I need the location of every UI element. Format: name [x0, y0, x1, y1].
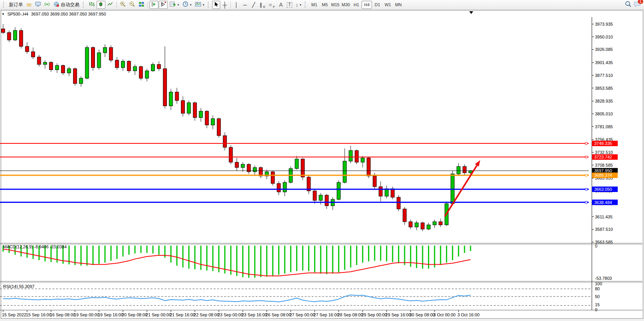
auto-scroll-button[interactable] — [149, 1, 158, 9]
vertical-line-icon: │ — [235, 2, 238, 7]
svg-text:3926.085: 3926.085 — [595, 47, 613, 52]
auto-scroll-icon — [151, 2, 157, 8]
candles-layer — [2, 24, 472, 231]
svg-text:80: 80 — [595, 286, 600, 291]
toolbar-grip[interactable] — [208, 2, 210, 8]
chart-ohlc-values: 3697.050 3699.050 3697.050 3697.950 — [31, 12, 106, 16]
vertical-line-button[interactable]: │ — [232, 1, 240, 9]
price-axis-layer: 3973.9353950.0103926.0853901.4353877.510… — [592, 22, 618, 244]
chevron-down-icon: ▾ — [203, 3, 204, 7]
svg-text:29 Sep 16:00: 29 Sep 16:00 — [386, 312, 411, 317]
svg-text:19 Sep 00:00: 19 Sep 00:00 — [74, 312, 99, 317]
svg-text:19 Sep 16:00: 19 Sep 16:00 — [98, 312, 123, 317]
svg-text:0: 0 — [595, 307, 597, 312]
line-chart-button[interactable] — [106, 1, 115, 9]
chevron-down-icon: ▾ — [190, 3, 191, 7]
signal-button[interactable] — [43, 1, 52, 9]
svg-text:-53.7803: -53.7803 — [595, 276, 612, 281]
fibonacci-icon: ≡ — [269, 2, 272, 7]
timeframe-m5-button[interactable]: M5 — [319, 1, 330, 9]
svg-text:23 Sep 16:00: 23 Sep 16:00 — [242, 312, 267, 317]
timeframe-d1-button[interactable]: D1 — [372, 1, 383, 9]
timeframe-m15-button[interactable]: M15 — [330, 1, 340, 9]
collapse-icon[interactable]: ▼ — [2, 12, 5, 16]
svg-text:3877.510: 3877.510 — [595, 73, 613, 78]
svg-text:3901.435: 3901.435 — [595, 60, 613, 65]
annotations-layer[interactable] — [445, 11, 480, 216]
svg-text:21 Sep 16:00: 21 Sep 16:00 — [170, 312, 195, 317]
svg-text:3611.435: 3611.435 — [595, 215, 612, 219]
svg-text:0: 0 — [595, 244, 597, 248]
level-lines-layer — [0, 143, 589, 204]
auto-trading-icon — [54, 2, 60, 8]
chart-symbol-title: SP500-,H4 — [7, 12, 28, 16]
svg-text:3749.335: 3749.335 — [594, 141, 612, 146]
notification-badge: 1 — [638, 0, 643, 4]
timeframe-m1-button[interactable]: M1 — [309, 1, 319, 9]
svg-text:3663.050: 3663.050 — [594, 187, 612, 192]
text-label-icon: T — [287, 2, 292, 8]
svg-text:3638.484: 3638.484 — [594, 200, 612, 205]
svg-text:50: 50 — [595, 294, 600, 299]
svg-text:26 Sep 08:00: 26 Sep 08:00 — [266, 312, 291, 317]
horizontal-line-button[interactable]: ─ — [241, 1, 249, 9]
chart-shift-button[interactable] — [159, 1, 168, 9]
fibonacci-button[interactable]: ≡ F — [267, 1, 276, 9]
svg-text:3587.510: 3587.510 — [595, 227, 613, 232]
chart-canvas[interactable]: 3973.9353950.0103926.0853901.4353877.510… — [0, 0, 644, 321]
tile-windows-icon — [139, 2, 144, 8]
svg-text:3563.585: 3563.585 — [595, 240, 613, 244]
new-order-button[interactable]: 新订单 — [7, 1, 25, 9]
toolbar-separator — [116, 2, 117, 8]
toolbar-separator — [147, 2, 148, 8]
trendline-button[interactable]: ╱ — [249, 1, 258, 9]
chart-shift-icon — [160, 2, 166, 8]
zoom-in-button[interactable] — [118, 1, 127, 9]
toolbar-grip[interactable] — [305, 2, 307, 8]
zoom-out-button[interactable] — [128, 1, 137, 9]
fibonacci-icon-sub: F — [273, 5, 275, 9]
indicators-button[interactable]: ▾ — [168, 1, 181, 9]
toolbar-grip[interactable] — [3, 2, 5, 8]
timeframe-h4-button[interactable]: H4 — [361, 1, 372, 9]
timeframe-h1-button[interactable]: H1 — [351, 1, 361, 9]
svg-text:21 Sep 00:00: 21 Sep 00:00 — [146, 312, 171, 317]
svg-text:20 Sep 08:00: 20 Sep 08:00 — [122, 312, 147, 317]
svg-text:3723.742: 3723.742 — [594, 155, 612, 159]
clock-icon — [182, 1, 188, 8]
bar-chart-button[interactable] — [87, 1, 96, 9]
svg-text:3689.374: 3689.374 — [594, 173, 612, 178]
toolbar-grip[interactable] — [83, 2, 85, 8]
candlestick-chart-button[interactable] — [97, 1, 105, 9]
periods-button[interactable]: ▾ — [181, 1, 193, 9]
svg-text:23 Sep 00:00: 23 Sep 00:00 — [218, 312, 243, 317]
tile-windows-button[interactable] — [137, 1, 146, 9]
auto-trading-button[interactable]: 自动交易 — [52, 1, 81, 9]
indicators-icon — [170, 2, 176, 8]
text-button[interactable]: A — [277, 1, 285, 9]
terminal-icon — [35, 2, 41, 8]
chart-title-bar: ▼ SP500-,H4 3697.050 3699.050 3697.050 3… — [2, 11, 106, 17]
templates-button[interactable]: ▾ — [193, 1, 206, 9]
svg-text:15 Sep 16:00: 15 Sep 16:00 — [26, 312, 51, 317]
chevron-down-icon: ▾ — [300, 3, 301, 7]
time-axis-layer: 15 Sep 202215 Sep 16:0016 Sep 08:0019 Se… — [2, 310, 479, 317]
timeframe-m30-button[interactable]: M30 — [340, 1, 351, 9]
crosshair-button[interactable]: ┼ — [221, 1, 229, 9]
text-label-button[interactable]: T — [285, 1, 293, 9]
timeframe-mn-button[interactable]: MN — [393, 1, 404, 9]
arrows-button[interactable]: ↕ ▾ — [294, 1, 303, 9]
channel-icon-sub: E — [263, 5, 265, 9]
search-icon[interactable] — [625, 1, 632, 9]
equidistant-channel-button[interactable]: ∥ E — [258, 1, 267, 9]
horizontal-line-icon: ─ — [243, 2, 247, 7]
timeframe-w1-button[interactable]: W1 — [383, 1, 393, 9]
community-button[interactable]: 1 — [634, 1, 641, 9]
svg-text:3732.510: 3732.510 — [595, 150, 613, 155]
zoom-out-icon — [129, 1, 135, 8]
bar-chart-icon — [89, 2, 95, 8]
cursor-button[interactable] — [212, 1, 220, 9]
funds-button[interactable]: ✉ — [25, 1, 33, 9]
terminal-button[interactable] — [33, 1, 42, 9]
trendline-icon: ╱ — [252, 2, 255, 7]
